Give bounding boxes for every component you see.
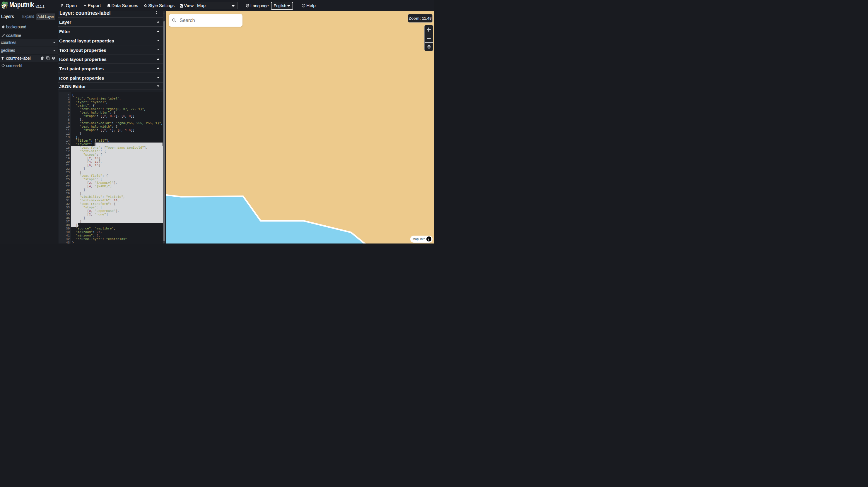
- svg-text:?: ?: [303, 4, 304, 6]
